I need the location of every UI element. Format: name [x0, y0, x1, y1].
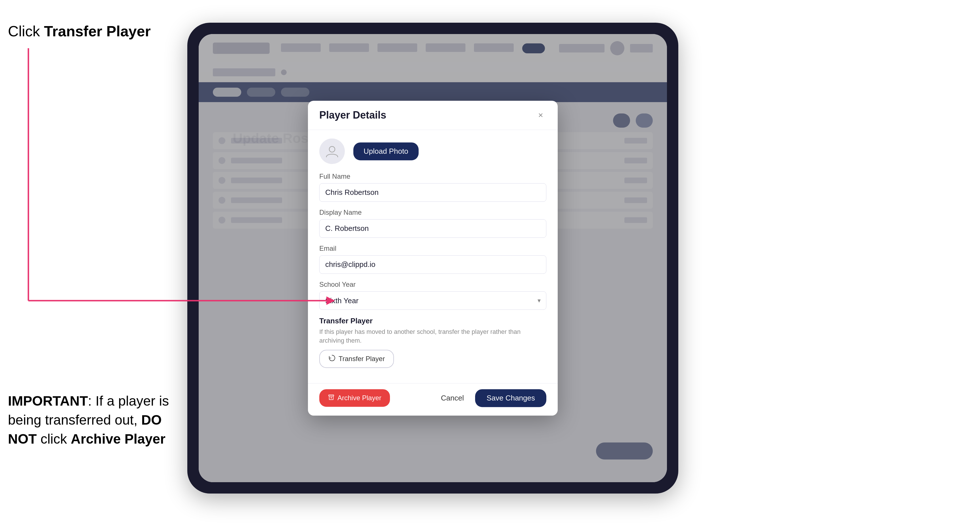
- transfer-player-description: If this player has moved to another scho…: [319, 328, 546, 345]
- modal-footer: Archive Player Cancel Save Changes: [308, 383, 558, 416]
- archive-player-label: Archive Player: [71, 432, 165, 446]
- upload-photo-button[interactable]: Upload Photo: [353, 142, 418, 160]
- cancel-button[interactable]: Cancel: [435, 389, 470, 407]
- school-year-select-wrapper: Sixth Year First Year Second Year Third …: [319, 291, 546, 310]
- avatar-section: Upload Photo: [319, 138, 546, 164]
- transfer-player-button[interactable]: Transfer Player: [319, 350, 394, 368]
- instruction-prefix: Click: [8, 23, 44, 40]
- instruction-bold: Transfer Player: [44, 23, 151, 40]
- display-name-input[interactable]: [319, 219, 546, 238]
- display-name-label: Display Name: [319, 208, 546, 216]
- full-name-label: Full Name: [319, 173, 546, 180]
- instruction-bottom: IMPORTANT: If a player is being transfer…: [8, 391, 184, 449]
- svg-rect-1: [329, 395, 334, 396]
- archive-player-button[interactable]: Archive Player: [319, 389, 390, 407]
- avatar: [319, 138, 345, 164]
- full-name-group: Full Name: [319, 173, 546, 202]
- tablet-frame: Update Roster: [187, 23, 678, 494]
- instruction-text2: click: [37, 432, 71, 446]
- transfer-player-button-label: Transfer Player: [339, 355, 385, 363]
- svg-point-0: [329, 146, 335, 152]
- archive-icon: [328, 394, 335, 402]
- modal-header: Player Details ×: [308, 101, 558, 130]
- transfer-player-heading: Transfer Player: [319, 316, 546, 325]
- email-label: Email: [319, 244, 546, 252]
- modal-close-button[interactable]: ×: [535, 110, 546, 121]
- email-group: Email: [319, 244, 546, 274]
- display-name-group: Display Name: [319, 208, 546, 238]
- player-details-modal: Player Details × Upload Photo: [308, 101, 558, 416]
- tablet-screen: Update Roster: [199, 34, 667, 482]
- transfer-player-section: Transfer Player If this player has moved…: [319, 316, 546, 368]
- school-year-label: School Year: [319, 281, 546, 289]
- archive-player-label: Archive Player: [337, 394, 382, 402]
- full-name-input[interactable]: [319, 183, 546, 202]
- modal-body: Upload Photo Full Name Display Name Emai…: [308, 130, 558, 383]
- instruction-top: Click Transfer Player: [8, 23, 151, 40]
- modal-title: Player Details: [319, 109, 386, 121]
- important-label: IMPORTANT: [8, 394, 88, 408]
- email-input[interactable]: [319, 255, 546, 274]
- save-changes-button[interactable]: Save Changes: [475, 389, 546, 407]
- school-year-group: School Year Sixth Year First Year Second…: [319, 281, 546, 310]
- transfer-icon: [328, 354, 336, 364]
- school-year-select[interactable]: Sixth Year First Year Second Year Third …: [319, 291, 546, 310]
